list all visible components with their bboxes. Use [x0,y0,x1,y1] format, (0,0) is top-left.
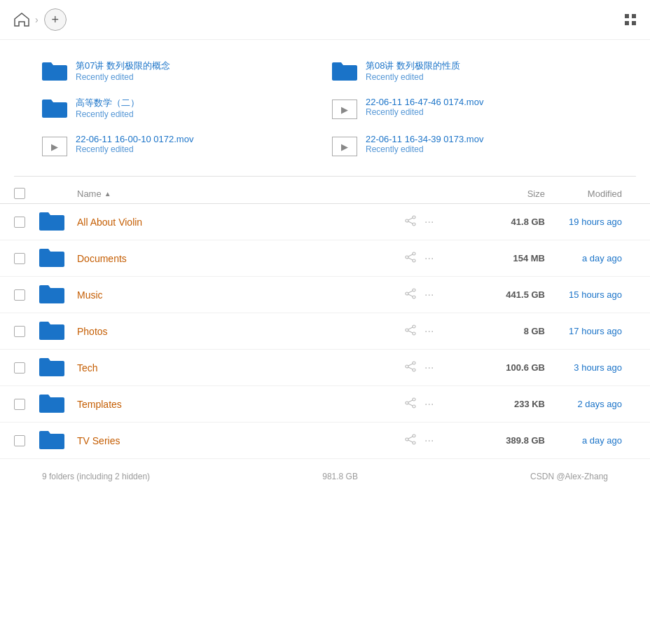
file-modified: 3 hours ago [545,362,636,373]
row-checkbox[interactable] [14,435,25,446]
folder-icon [39,284,64,303]
svg-point-5 [413,252,415,255]
footer-summary: 9 folders (including 2 hidden) [42,472,150,481]
svg-point-0 [413,216,415,219]
svg-line-33 [408,437,413,439]
recent-item[interactable]: ▶ 22-06-11 16-00-10 0172.mov Recently ed… [42,128,332,162]
file-name: All About Violin [77,217,405,228]
table-row[interactable]: Music ··· 441.5 GB 15 hours ago [0,277,650,313]
svg-point-32 [413,441,415,444]
recent-item[interactable]: ▶ 22-06-11 16-34-39 0173.mov Recently ed… [332,128,622,162]
more-options-icon[interactable]: ··· [424,216,434,228]
table-row[interactable]: TV Series ··· 389.8 GB a day ago [0,423,650,459]
svg-point-17 [413,332,415,335]
grid-view-icon [625,14,636,25]
file-name: TV Series [77,435,405,446]
svg-line-34 [408,440,413,442]
svg-point-27 [413,405,415,408]
svg-point-20 [413,362,415,364]
file-size: 441.5 GB [475,289,545,300]
file-modified: a day ago [545,435,636,446]
folder-icon [39,430,64,449]
file-name: Music [77,289,405,301]
svg-point-12 [413,296,415,299]
recent-item[interactable]: 第07讲 数列极限的概念 Recently edited [42,54,332,91]
video-icon: ▶ [332,100,357,119]
file-size: 154 MB [475,253,545,263]
file-size: 100.6 GB [475,362,545,373]
table-row[interactable]: Templates ··· 233 KB 2 days ago [0,386,650,423]
recent-item[interactable]: 第08讲 数列极限的性质 Recently edited [332,54,622,91]
table-row[interactable]: Photos ··· 8 GB 17 hours ago [0,313,650,350]
top-bar-left: › + [14,8,67,31]
file-name: Documents [77,253,405,264]
list-header: Name ▲ Size Modified [0,184,650,204]
svg-line-23 [408,364,413,366]
select-all-checkbox[interactable] [14,188,25,199]
svg-point-15 [413,325,415,328]
row-checkbox[interactable] [14,253,25,264]
divider [14,176,636,177]
svg-line-28 [408,400,413,402]
video-icon: ▶ [42,137,67,156]
row-checkbox[interactable] [14,399,25,410]
svg-point-2 [413,223,415,226]
more-options-icon[interactable]: ··· [424,325,434,338]
recent-item[interactable]: 高等数学（二） Recently edited [42,91,332,128]
file-size: 8 GB [475,326,545,336]
share-icon[interactable] [405,215,416,229]
video-icon: ▶ [332,137,357,156]
share-icon[interactable] [405,288,416,302]
share-icon[interactable] [405,434,416,448]
name-column-header[interactable]: Name ▲ [77,189,405,199]
folder-icon [39,357,64,376]
file-size: 389.8 GB [475,435,545,446]
svg-line-9 [408,258,413,260]
footer-watermark: CSDN @Alex-Zhang [530,472,608,481]
row-checkbox[interactable] [14,289,25,301]
recent-item[interactable]: ▶ 22-06-11 16-47-46 0174.mov Recently ed… [332,91,622,128]
svg-point-11 [406,292,408,295]
more-options-icon[interactable]: ··· [424,289,434,301]
file-modified: 15 hours ago [545,289,636,300]
svg-point-10 [413,289,415,292]
svg-point-26 [406,402,408,404]
file-list: All About Violin ··· 41.8 GB 19 hours ag… [0,204,650,459]
recent-item-info: 第08讲 数列极限的性质 Recently edited [366,60,460,82]
recent-item-info: 22-06-11 16-00-10 0172.mov Recently edit… [76,134,193,154]
file-name: Photos [77,326,405,337]
more-options-icon[interactable]: ··· [424,252,434,265]
folder-icon [39,247,64,267]
recent-item-info: 22-06-11 16-34-39 0173.mov Recently edit… [366,134,483,154]
grid-view-button[interactable] [625,14,636,25]
svg-line-14 [408,294,413,296]
table-row[interactable]: Documents ··· 154 MB a day ago [0,240,650,277]
folder-icon [39,320,64,340]
row-checkbox[interactable] [14,362,25,374]
more-options-icon[interactable]: ··· [424,434,434,447]
home-button[interactable] [14,13,29,27]
file-size: 233 KB [475,399,545,409]
share-icon[interactable] [405,361,416,375]
share-icon[interactable] [405,324,416,338]
more-options-icon[interactable]: ··· [424,362,434,374]
folder-icon [42,61,67,85]
svg-point-7 [413,259,415,262]
share-icon[interactable] [405,252,416,266]
footer: 9 folders (including 2 hidden) 981.8 GB … [0,462,650,491]
share-icon[interactable] [405,397,416,411]
svg-line-8 [408,254,413,256]
row-checkbox[interactable] [14,217,25,228]
table-row[interactable]: Tech ··· 100.6 GB 3 hours ago [0,350,650,386]
add-button[interactable]: + [44,8,67,31]
file-name: Templates [77,399,405,410]
folder-icon [39,393,64,413]
svg-line-4 [408,221,413,224]
table-row[interactable]: All About Violin ··· 41.8 GB 19 hours ag… [0,204,650,240]
more-options-icon[interactable]: ··· [424,398,434,411]
folder-icon [332,61,357,85]
row-checkbox[interactable] [14,326,25,337]
svg-point-16 [406,329,408,331]
breadcrumb-chevron: › [35,14,39,25]
svg-point-30 [413,434,415,437]
